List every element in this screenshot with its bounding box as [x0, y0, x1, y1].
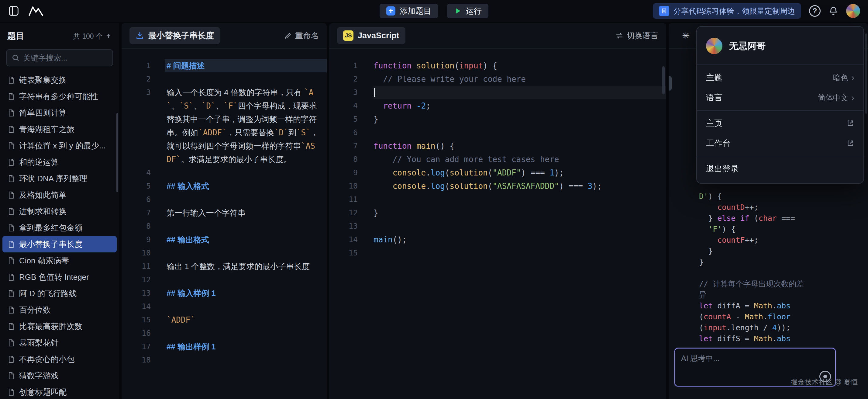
sidebar-item[interactable]: 环状 DNA 序列整理	[2, 170, 117, 187]
ai-code-line: countD++;	[699, 202, 860, 213]
sidebar-item[interactable]: 及格如此简单	[2, 187, 117, 203]
line-number: 1	[122, 59, 151, 73]
code-line-content: // Please write your code here	[374, 73, 666, 86]
sidebar-scrollbar[interactable]	[116, 113, 118, 192]
panel-resize-handle[interactable]	[669, 76, 672, 91]
menu-item-退出登录[interactable]: 退出登录	[697, 159, 863, 179]
add-problem-button[interactable]: + 添加题目	[380, 4, 438, 18]
language-pill[interactable]: JS JavaScript	[337, 27, 405, 44]
line-number: 18	[122, 353, 151, 367]
markdown-line-content: ## 输出格式	[165, 233, 327, 246]
document-icon	[7, 240, 15, 248]
ai-code-line: } else if (char ===	[699, 213, 860, 224]
menu-item-主题[interactable]: 主题暗色›	[697, 67, 863, 88]
sidebar-item[interactable]: 暴雨梨花针	[2, 335, 117, 351]
sidebar-item[interactable]: 字符串有多少种可能性	[2, 88, 117, 105]
code-line: 4 return -2;	[329, 99, 666, 113]
line-number: 4	[122, 166, 151, 179]
menu-item-工作台[interactable]: 工作台	[697, 133, 863, 153]
document-icon	[7, 257, 15, 264]
document-icon	[7, 388, 15, 396]
bell-icon[interactable]	[829, 6, 838, 16]
sidebar-item[interactable]: 和的逆运算	[2, 154, 117, 170]
line-number: 5	[122, 179, 151, 193]
markdown-line: 13## 输入样例 1	[122, 286, 327, 300]
markdown-line: 5## 输入格式	[122, 179, 327, 193]
code-line: 9 console.log(solution("ADDF") === 1);	[329, 166, 666, 179]
problem-title-pill[interactable]: 最小替换子串长度	[129, 27, 220, 44]
sidebar-item[interactable]: 进制求和转换	[2, 203, 117, 220]
markdown-line: 10	[122, 246, 327, 260]
markdown-line-content	[165, 353, 327, 367]
run-button[interactable]: 运行	[447, 4, 488, 18]
sort-asc-icon[interactable]	[105, 33, 112, 39]
sidebar-item[interactable]: 创意标题匹配	[2, 384, 117, 399]
line-number: 3	[122, 86, 151, 166]
line-number: 7	[329, 139, 358, 153]
sidebar-item[interactable]: 比赛最高获胜次数	[2, 318, 117, 335]
code-line: 10 console.log(solution("ASAFASAFADDD") …	[329, 179, 666, 193]
menu-item-语言[interactable]: 语言简体中文›	[697, 88, 863, 108]
sidebar-item[interactable]: 猜数字游戏	[2, 367, 117, 384]
rename-button[interactable]: 重命名	[284, 30, 319, 41]
line-number: 15	[122, 313, 151, 326]
code-line-content	[374, 126, 666, 139]
sidebar-item[interactable]: RGB 色值转 Integer	[2, 269, 117, 285]
markdown-editor[interactable]: 1# 问题描述23输入一个长度为 4 倍数的字符串，只有 `A`、`S`、`D`…	[122, 49, 327, 399]
topbar-right: 分享代码练习体验，领限量定制周边 ?	[653, 3, 860, 19]
sidebar-title: 题目	[7, 30, 24, 42]
sidebar-item[interactable]: 计算位置 x 到 y 的最少...	[2, 138, 117, 154]
ai-code-line: let diffS = Math.abs	[699, 333, 860, 344]
line-number: 8	[329, 153, 358, 166]
swap-icon	[615, 31, 624, 40]
user-menu-sections: 主题暗色›语言简体中文›主页工作台退出登录	[697, 64, 863, 179]
sidebar-item[interactable]: 百分位数	[2, 302, 117, 318]
app-logo-icon[interactable]	[28, 5, 44, 17]
sidebar-item[interactable]: Cion 勒索病毒	[2, 252, 117, 269]
promo-banner[interactable]: 分享代码练习体验，领限量定制周边	[653, 3, 801, 19]
sidebar-item[interactable]: 青海湖租车之旅	[2, 121, 117, 138]
sidebar-item[interactable]: 阿 D 的飞行路线	[2, 285, 117, 302]
markdown-line: 16	[122, 326, 327, 340]
sidebar-item[interactable]: 最小替换子串长度	[2, 236, 117, 252]
help-icon[interactable]: ?	[809, 5, 820, 17]
user-avatar[interactable]	[846, 4, 860, 18]
line-number: 6	[329, 126, 358, 139]
code-line: 11	[329, 193, 666, 206]
user-menu-header: 无忌阿哥	[697, 30, 863, 62]
code-line-content: }	[374, 206, 666, 220]
code-line-content: return -2;	[374, 99, 666, 113]
sidebar-item[interactable]: 拿到最多红包金额	[2, 220, 117, 236]
search-input[interactable]	[23, 54, 107, 62]
line-number: 10	[122, 246, 151, 260]
line-number: 11	[122, 260, 151, 273]
document-icon	[7, 191, 15, 199]
sidebar-item[interactable]: 简单四则计算	[2, 105, 117, 121]
document-icon	[7, 109, 15, 117]
search-icon	[11, 54, 20, 62]
ai-scrollbar[interactable]	[865, 33, 867, 114]
sidebar-item[interactable]: 链表聚集交换	[2, 72, 117, 88]
markdown-line: 2	[122, 73, 327, 86]
line-number: 7	[122, 206, 151, 220]
code-line: 13	[329, 220, 666, 233]
code-scrollbar[interactable]	[662, 66, 665, 94]
line-number: 8	[122, 220, 151, 233]
code-editor[interactable]: 1function solution(input) {2 // Please w…	[329, 49, 666, 399]
ai-code-line: 异	[699, 289, 860, 301]
menu-item-主页[interactable]: 主页	[697, 113, 863, 133]
code-line-content: // You can add more test cases here	[374, 153, 666, 166]
markdown-line: 17## 输出样例 1	[122, 340, 327, 353]
sidebar-toggle-icon[interactable]	[8, 5, 20, 17]
document-icon	[7, 159, 15, 166]
switch-language-button[interactable]: 切换语言	[615, 30, 658, 41]
sidebar-item[interactable]: 不再贪心的小包	[2, 351, 117, 367]
line-number: 4	[329, 99, 358, 113]
line-number: 15	[329, 246, 358, 260]
problem-title: 最小替换子串长度	[148, 30, 214, 41]
problem-count-label: 共 100 个	[73, 32, 103, 41]
markdown-line-content: ## 输出样例 1	[165, 340, 327, 353]
topbar-center: + 添加题目 运行	[380, 4, 488, 18]
document-icon	[7, 175, 15, 182]
code-editor-panel: JS JavaScript 切换语言 1function solution(in…	[329, 23, 666, 399]
